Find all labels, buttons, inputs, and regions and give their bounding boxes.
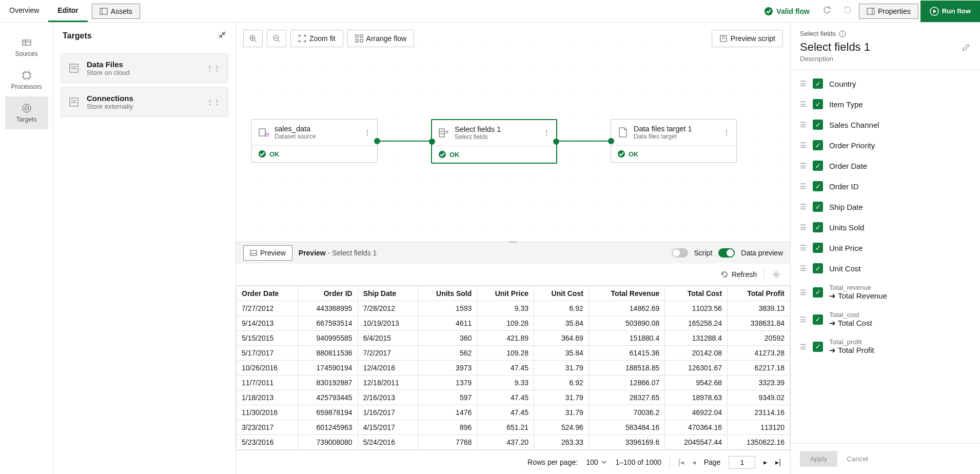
checkbox[interactable]: ✓ [813,161,823,171]
tab-overview[interactable]: Overview [0,0,48,22]
checkbox[interactable]: ✓ [813,263,823,273]
col-header[interactable]: Total Profit [728,286,790,301]
field-row[interactable]: ☰ ✓ Ship Date [791,196,980,217]
arrange-flow-button[interactable]: Arrange flow [347,30,415,47]
checkbox[interactable]: ✓ [813,314,823,325]
rail-processors[interactable]: Processors [5,64,48,96]
field-row[interactable]: ☰ ✓ Order Priority [791,135,980,155]
target-card[interactable]: ConnectionsStore externally ⋮⋮ [61,87,228,117]
node-sales-data[interactable]: sales_dataDataset source ⋮ OK [251,119,378,163]
table-row: 10/26/201617459019412/4/2016397347.4531.… [237,361,790,376]
field-row[interactable]: ☰ ✓ Item Type [791,94,980,114]
checkbox[interactable]: ✓ [813,243,823,253]
cancel-button[interactable]: Cancel [847,451,868,467]
drag-handle-icon[interactable]: ☰ [800,288,807,297]
field-row[interactable]: ☰ ✓ Total_profit➔ Total Profit [791,333,980,360]
tab-editor[interactable]: Editor [48,0,87,22]
drag-handle-icon[interactable]: ⋮⋮ [206,98,221,106]
checkbox[interactable]: ✓ [813,222,823,232]
zoom-fit-button[interactable]: Zoom fit [290,30,343,47]
drag-handle-icon[interactable]: ☰ [800,182,807,190]
edit-icon[interactable] [962,43,971,52]
select-fields-icon [438,127,449,139]
svg-text:i: i [842,31,843,36]
script-toggle[interactable] [672,248,688,258]
properties-button[interactable]: Properties [859,4,918,19]
page-first[interactable]: |◂ [678,458,684,466]
field-row[interactable]: ☰ ✓ Units Sold [791,217,980,238]
field-row[interactable]: ☰ ✓ Total_revenue➔ Total Revenue [791,279,980,306]
info-icon[interactable]: i [839,30,846,37]
drag-handle-icon[interactable]: ☰ [800,223,807,231]
node-menu-icon[interactable]: ⋮ [723,128,730,136]
field-row[interactable]: ☰ ✓ Unit Cost [791,258,980,279]
rpp-select[interactable]: 100 [586,458,607,466]
svg-rect-23 [70,64,78,72]
checkbox[interactable]: ✓ [813,287,823,298]
svg-point-50 [439,151,446,158]
assets-button[interactable]: Assets [92,4,140,19]
table-row: 1/18/20134257934452/16/201359747.4531.79… [237,390,790,405]
checkbox[interactable]: ✓ [813,140,823,150]
page-prev[interactable]: ◂ [692,458,696,466]
grid-icon [355,34,363,43]
checkbox[interactable]: ✓ [813,342,823,352]
preview-script-button[interactable]: Preview script [712,30,783,47]
checkbox[interactable]: ✓ [813,120,823,130]
page-last[interactable]: ▸| [775,458,781,466]
apply-button[interactable]: Apply [800,451,837,467]
redo-button[interactable] [837,2,857,21]
field-row[interactable]: ☰ ✓ Country [791,73,980,94]
field-row[interactable]: ☰ ✓ Order Date [791,155,980,176]
node-menu-icon[interactable]: ⋮ [543,129,550,137]
refresh-button[interactable]: Refresh [720,270,757,279]
drag-handle-icon[interactable]: ☰ [800,100,807,108]
svg-rect-36 [356,35,358,37]
rail-targets[interactable]: Targets [5,96,48,129]
node-menu-icon[interactable]: ⋮ [364,128,371,136]
drag-handle-icon[interactable]: ☰ [800,264,807,272]
page-label: Page [704,458,721,466]
col-header[interactable]: Total Revenue [589,286,664,301]
drag-handle-icon[interactable]: ⋮⋮ [206,64,221,72]
target-card[interactable]: Data FilesStore on cloud ⋮⋮ [61,53,228,83]
drag-handle-icon[interactable]: ☰ [800,244,807,252]
node-select-fields[interactable]: Select fields 1Select fields ⋮ OK [431,119,557,164]
run-flow-button[interactable]: Run flow [920,1,980,22]
checkbox[interactable]: ✓ [813,202,823,212]
field-row[interactable]: ☰ ✓ Order ID [791,176,980,196]
settings-icon[interactable] [772,270,781,279]
col-header[interactable]: Order Date [237,286,298,301]
checkbox[interactable]: ✓ [813,99,823,109]
drag-handle-icon[interactable]: ☰ [800,80,807,88]
node-data-files-target[interactable]: Data files target 1Data files target ⋮ O… [611,119,737,163]
checkbox[interactable]: ✓ [813,78,823,89]
rail-sources[interactable]: Sources [5,31,48,64]
field-row[interactable]: ☰ ✓ Total_cost➔ Total Cost [791,306,980,333]
collapse-icon[interactable] [218,31,226,41]
page-next[interactable]: ▸ [763,458,767,466]
data-preview-toggle[interactable] [718,248,735,258]
col-header[interactable]: Unit Price [477,286,534,301]
col-header[interactable]: Total Cost [665,286,728,301]
field-row[interactable]: ☰ ✓ Sales Channel [791,114,980,135]
preview-button[interactable]: Preview [243,245,292,261]
col-header[interactable]: Units Sold [418,286,477,301]
col-header[interactable]: Unit Cost [534,286,589,301]
zoom-in-button[interactable] [243,30,263,47]
drag-handle-icon[interactable]: ☰ [800,315,807,324]
drag-handle-icon[interactable]: ☰ [800,121,807,129]
col-header[interactable]: Order ID [298,286,358,301]
drag-handle-icon[interactable]: ☰ [800,141,807,149]
col-header[interactable]: Ship Date [358,286,418,301]
zoom-out-button[interactable] [267,30,286,47]
svg-point-51 [618,150,625,157]
drag-handle-icon[interactable]: ☰ [800,203,807,211]
drag-handle-icon[interactable]: ☰ [800,343,807,351]
resize-handle[interactable]: ══ [509,239,517,245]
drag-handle-icon[interactable]: ☰ [800,162,807,170]
undo-button[interactable] [818,2,837,21]
field-row[interactable]: ☰ ✓ Unit Price [791,238,980,258]
checkbox[interactable]: ✓ [813,181,823,191]
page-input[interactable] [729,456,755,469]
